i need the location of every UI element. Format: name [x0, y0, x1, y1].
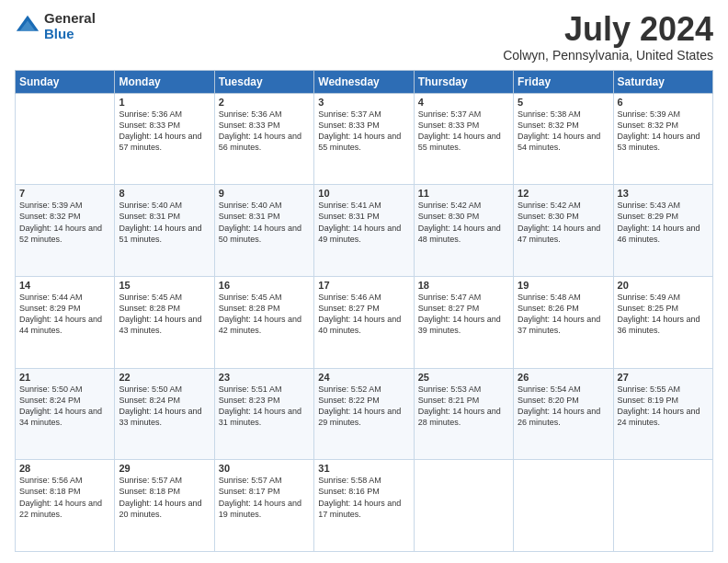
- day-cell: 29Sunrise: 5:57 AMSunset: 8:18 PMDayligh…: [115, 460, 214, 552]
- day-info: Sunrise: 5:40 AMSunset: 8:31 PMDaylight:…: [119, 200, 210, 245]
- col-header-friday: Friday: [514, 70, 613, 93]
- logo: General Blue: [15, 11, 96, 41]
- day-info: Sunrise: 5:36 AMSunset: 8:33 PMDaylight:…: [219, 109, 310, 154]
- day-info: Sunrise: 5:38 AMSunset: 8:32 PMDaylight:…: [518, 109, 609, 154]
- day-info: Sunrise: 5:48 AMSunset: 8:26 PMDaylight:…: [518, 292, 609, 337]
- day-cell: 22Sunrise: 5:50 AMSunset: 8:24 PMDayligh…: [115, 368, 214, 460]
- day-number: 26: [518, 372, 609, 383]
- day-cell: [514, 460, 613, 552]
- calendar-table: SundayMondayTuesdayWednesdayThursdayFrid…: [15, 70, 713, 552]
- day-info: Sunrise: 5:55 AMSunset: 8:19 PMDaylight:…: [618, 384, 709, 429]
- day-number: 24: [318, 372, 409, 383]
- header: General Blue July 2024 Colwyn, Pennsylva…: [15, 11, 713, 63]
- day-info: Sunrise: 5:57 AMSunset: 8:18 PMDaylight:…: [119, 475, 210, 520]
- day-number: 28: [19, 463, 110, 474]
- day-number: 15: [119, 280, 210, 291]
- col-header-wednesday: Wednesday: [314, 70, 414, 93]
- day-info: Sunrise: 5:39 AMSunset: 8:32 PMDaylight:…: [19, 200, 110, 245]
- day-number: 7: [19, 188, 110, 199]
- day-number: 8: [119, 188, 210, 199]
- day-info: Sunrise: 5:50 AMSunset: 8:24 PMDaylight:…: [119, 384, 210, 429]
- day-number: 13: [618, 188, 709, 199]
- logo-icon: [15, 14, 40, 40]
- day-cell: 4Sunrise: 5:37 AMSunset: 8:33 PMDaylight…: [414, 93, 513, 185]
- subtitle: Colwyn, Pennsylvania, United States: [503, 48, 713, 63]
- day-cell: 16Sunrise: 5:45 AMSunset: 8:28 PMDayligh…: [214, 276, 313, 368]
- day-number: 10: [318, 188, 409, 199]
- day-number: 12: [518, 188, 609, 199]
- day-number: 31: [318, 463, 409, 474]
- day-cell: [613, 460, 712, 552]
- day-info: Sunrise: 5:58 AMSunset: 8:16 PMDaylight:…: [318, 475, 409, 520]
- day-number: 1: [119, 97, 210, 108]
- title-block: July 2024 Colwyn, Pennsylvania, United S…: [503, 11, 713, 63]
- day-info: Sunrise: 5:42 AMSunset: 8:30 PMDaylight:…: [418, 200, 509, 245]
- day-cell: 31Sunrise: 5:58 AMSunset: 8:16 PMDayligh…: [314, 460, 414, 552]
- day-info: Sunrise: 5:47 AMSunset: 8:27 PMDaylight:…: [418, 292, 509, 337]
- day-cell: 7Sunrise: 5:39 AMSunset: 8:32 PMDaylight…: [16, 185, 115, 277]
- day-info: Sunrise: 5:49 AMSunset: 8:25 PMDaylight:…: [618, 292, 709, 337]
- day-cell: 3Sunrise: 5:37 AMSunset: 8:33 PMDaylight…: [314, 93, 414, 185]
- col-header-tuesday: Tuesday: [214, 70, 313, 93]
- day-number: 20: [618, 280, 709, 291]
- day-number: 21: [19, 372, 110, 383]
- day-cell: 20Sunrise: 5:49 AMSunset: 8:25 PMDayligh…: [613, 276, 712, 368]
- day-number: 3: [318, 97, 409, 108]
- day-cell: 23Sunrise: 5:51 AMSunset: 8:23 PMDayligh…: [214, 368, 313, 460]
- day-info: Sunrise: 5:40 AMSunset: 8:31 PMDaylight:…: [219, 200, 310, 245]
- day-number: 16: [219, 280, 310, 291]
- day-cell: 30Sunrise: 5:57 AMSunset: 8:17 PMDayligh…: [214, 460, 313, 552]
- day-number: 11: [418, 188, 509, 199]
- day-cell: 12Sunrise: 5:42 AMSunset: 8:30 PMDayligh…: [514, 185, 613, 277]
- day-cell: 11Sunrise: 5:42 AMSunset: 8:30 PMDayligh…: [414, 185, 513, 277]
- day-info: Sunrise: 5:52 AMSunset: 8:22 PMDaylight:…: [318, 384, 409, 429]
- day-cell: 21Sunrise: 5:50 AMSunset: 8:24 PMDayligh…: [16, 368, 115, 460]
- day-cell: 2Sunrise: 5:36 AMSunset: 8:33 PMDaylight…: [214, 93, 313, 185]
- day-info: Sunrise: 5:42 AMSunset: 8:30 PMDaylight:…: [518, 200, 609, 245]
- day-number: 25: [418, 372, 509, 383]
- day-number: 2: [219, 97, 310, 108]
- day-number: 27: [618, 372, 709, 383]
- day-cell: 18Sunrise: 5:47 AMSunset: 8:27 PMDayligh…: [414, 276, 513, 368]
- page: General Blue July 2024 Colwyn, Pennsylva…: [0, 0, 728, 563]
- day-info: Sunrise: 5:57 AMSunset: 8:17 PMDaylight:…: [219, 475, 310, 520]
- day-cell: 17Sunrise: 5:46 AMSunset: 8:27 PMDayligh…: [314, 276, 414, 368]
- col-header-thursday: Thursday: [414, 70, 513, 93]
- day-cell: 19Sunrise: 5:48 AMSunset: 8:26 PMDayligh…: [514, 276, 613, 368]
- day-number: 18: [418, 280, 509, 291]
- day-info: Sunrise: 5:44 AMSunset: 8:29 PMDaylight:…: [19, 292, 110, 337]
- day-info: Sunrise: 5:43 AMSunset: 8:29 PMDaylight:…: [618, 200, 709, 245]
- day-info: Sunrise: 5:37 AMSunset: 8:33 PMDaylight:…: [418, 109, 509, 154]
- day-number: 23: [219, 372, 310, 383]
- week-row-2: 14Sunrise: 5:44 AMSunset: 8:29 PMDayligh…: [16, 276, 713, 368]
- logo-general: General: [44, 11, 96, 27]
- header-row: SundayMondayTuesdayWednesdayThursdayFrid…: [16, 70, 713, 93]
- day-info: Sunrise: 5:45 AMSunset: 8:28 PMDaylight:…: [219, 292, 310, 337]
- day-info: Sunrise: 5:41 AMSunset: 8:31 PMDaylight:…: [318, 200, 409, 245]
- day-info: Sunrise: 5:45 AMSunset: 8:28 PMDaylight:…: [119, 292, 210, 337]
- day-cell: 14Sunrise: 5:44 AMSunset: 8:29 PMDayligh…: [16, 276, 115, 368]
- day-cell: 9Sunrise: 5:40 AMSunset: 8:31 PMDaylight…: [214, 185, 313, 277]
- day-cell: 28Sunrise: 5:56 AMSunset: 8:18 PMDayligh…: [16, 460, 115, 552]
- day-cell: 25Sunrise: 5:53 AMSunset: 8:21 PMDayligh…: [414, 368, 513, 460]
- day-cell: [414, 460, 513, 552]
- day-info: Sunrise: 5:51 AMSunset: 8:23 PMDaylight:…: [219, 384, 310, 429]
- week-row-4: 28Sunrise: 5:56 AMSunset: 8:18 PMDayligh…: [16, 460, 713, 552]
- day-info: Sunrise: 5:53 AMSunset: 8:21 PMDaylight:…: [418, 384, 509, 429]
- day-number: 9: [219, 188, 310, 199]
- day-info: Sunrise: 5:37 AMSunset: 8:33 PMDaylight:…: [318, 109, 409, 154]
- logo-text: General Blue: [44, 11, 96, 41]
- day-cell: 5Sunrise: 5:38 AMSunset: 8:32 PMDaylight…: [514, 93, 613, 185]
- day-number: 4: [418, 97, 509, 108]
- day-cell: 13Sunrise: 5:43 AMSunset: 8:29 PMDayligh…: [613, 185, 712, 277]
- day-cell: 27Sunrise: 5:55 AMSunset: 8:19 PMDayligh…: [613, 368, 712, 460]
- day-cell: 1Sunrise: 5:36 AMSunset: 8:33 PMDaylight…: [115, 93, 214, 185]
- day-cell: 6Sunrise: 5:39 AMSunset: 8:32 PMDaylight…: [613, 93, 712, 185]
- day-number: 6: [618, 97, 709, 108]
- day-number: 22: [119, 372, 210, 383]
- week-row-0: 1Sunrise: 5:36 AMSunset: 8:33 PMDaylight…: [16, 93, 713, 185]
- day-cell: 8Sunrise: 5:40 AMSunset: 8:31 PMDaylight…: [115, 185, 214, 277]
- day-info: Sunrise: 5:54 AMSunset: 8:20 PMDaylight:…: [518, 384, 609, 429]
- week-row-1: 7Sunrise: 5:39 AMSunset: 8:32 PMDaylight…: [16, 185, 713, 277]
- day-number: 17: [318, 280, 409, 291]
